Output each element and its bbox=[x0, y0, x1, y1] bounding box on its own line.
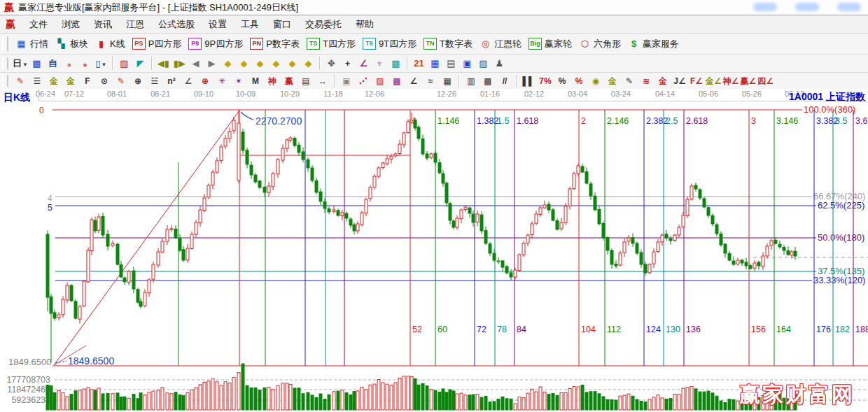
toolbar-drag-handle[interactable] bbox=[2, 75, 8, 86]
network-icon[interactable]: ▧ bbox=[476, 57, 491, 70]
gold-angle-tool[interactable]: 金∠ bbox=[706, 75, 722, 87]
target-tool[interactable]: ⊕ bbox=[197, 75, 213, 87]
menu-item-7[interactable]: 窗口 bbox=[266, 16, 298, 33]
quotes-button[interactable]: ▦行情 bbox=[12, 36, 52, 52]
angle-measure-icon[interactable]: ∠ bbox=[356, 57, 371, 70]
grid-b-tool[interactable]: ▩ bbox=[480, 75, 496, 87]
calculator-icon[interactable]: ▦ bbox=[428, 57, 442, 70]
sectors-button[interactable]: ▚板块 bbox=[52, 36, 92, 52]
box-select-tool[interactable]: ▣ bbox=[339, 75, 354, 87]
9p-square-button[interactable]: P99P四方形 bbox=[185, 36, 246, 52]
si-angle-tool[interactable]: 四∠ bbox=[757, 75, 774, 87]
net-tool-icon[interactable]: ♆ bbox=[372, 57, 387, 70]
fan-lines-tool[interactable]: ⋰ bbox=[356, 75, 371, 87]
bars3-icon[interactable]: ₃ bbox=[62, 57, 76, 70]
j-angle-tool[interactable]: J∠ bbox=[672, 75, 687, 87]
n-square-tool[interactable]: n² bbox=[164, 75, 179, 87]
zigzag-tool[interactable]: ≈ bbox=[423, 75, 438, 87]
t-table-button[interactable]: TNT数字表 bbox=[420, 36, 476, 52]
toolbar-drag-handle[interactable] bbox=[2, 57, 8, 70]
crosshair-icon[interactable]: + bbox=[340, 57, 355, 70]
close-button[interactable] bbox=[837, 3, 861, 11]
web-box-tool[interactable]: ▩ bbox=[389, 75, 405, 87]
menu-item-0[interactable]: 文件 bbox=[22, 16, 55, 33]
fibo-grid-tool[interactable]: F bbox=[80, 75, 95, 87]
winner-service-button[interactable]: $赢家服务 bbox=[624, 36, 682, 52]
bars-stat-tool[interactable]: ▌▌ bbox=[521, 75, 536, 87]
shen-angle-tool[interactable]: 神∠ bbox=[723, 75, 739, 87]
spider-web-tool[interactable]: ✴ bbox=[231, 75, 246, 87]
ying-angle-tool[interactable]: 赢∠ bbox=[741, 75, 757, 87]
window-controls[interactable] bbox=[753, 3, 861, 11]
skip-last-icon[interactable]: ▮▶ bbox=[172, 57, 187, 70]
formula-icon[interactable]: ▨ bbox=[117, 57, 132, 70]
diamond-all-icon[interactable]: ◆ bbox=[301, 57, 316, 70]
self-info-icon[interactable]: 自 bbox=[46, 57, 60, 70]
width-measure-tool[interactable]: ↔ bbox=[315, 75, 330, 87]
menu-item-6[interactable]: 工具 bbox=[234, 16, 266, 33]
star-web-tool[interactable]: ✳ bbox=[214, 75, 230, 87]
minimize-button[interactable] bbox=[753, 3, 777, 11]
candle-edit-tool[interactable]: ✎ bbox=[622, 75, 637, 87]
f-angle-tool[interactable]: F∠ bbox=[689, 75, 704, 87]
toolbar-drag-handle[interactable] bbox=[2, 36, 8, 50]
menu-item-4[interactable]: 公式选股 bbox=[151, 16, 202, 33]
gold-red-tool[interactable]: 金 bbox=[655, 75, 671, 87]
winner-wheel-button[interactable]: Big赢家轮 bbox=[525, 36, 575, 52]
gold-grid-tool[interactable]: 金 bbox=[63, 75, 78, 87]
gann-wheel-button[interactable]: ◎江恩轮 bbox=[476, 36, 525, 52]
diamond-left-icon[interactable]: ◆ bbox=[220, 57, 235, 70]
gold-circle-tool[interactable]: ◉ bbox=[588, 75, 603, 87]
percent7-tool[interactable]: 7% bbox=[538, 75, 553, 87]
angle-line-tool[interactable]: ∠ bbox=[181, 75, 196, 87]
comb-lines-tool[interactable]: ☰ bbox=[29, 75, 45, 87]
angle-fan-tool[interactable]: ∠ bbox=[406, 75, 421, 87]
menu-item-9[interactable]: 帮助 bbox=[349, 16, 381, 33]
pane-label[interactable]: 日K线 bbox=[4, 92, 30, 104]
gold-level-tool[interactable]: 金 bbox=[605, 75, 620, 87]
kline-button[interactable]: ▮K线 bbox=[92, 36, 129, 52]
kline-chart[interactable]: 06-2407-1208-0108-2109-1010-0910-2911-18… bbox=[0, 89, 868, 412]
percent-line-tool[interactable]: % bbox=[571, 75, 587, 87]
spiral-tool[interactable]: ⊙ bbox=[97, 75, 112, 87]
skip-first-icon[interactable]: ◀▮ bbox=[156, 57, 171, 70]
fan-box-tool[interactable]: ▨ bbox=[372, 75, 388, 87]
diamond-center-icon[interactable]: ◆ bbox=[285, 57, 300, 70]
window-layout-icon[interactable]: ▩ bbox=[29, 57, 44, 70]
p-table-button[interactable]: PNP数字表 bbox=[246, 36, 303, 52]
wave-tool[interactable]: ≋ bbox=[638, 75, 654, 87]
period-selector[interactable]: 日▼ bbox=[13, 57, 28, 70]
diamond-right-icon[interactable]: ◆ bbox=[237, 57, 251, 70]
diamond-expand-icon[interactable]: ◆ bbox=[253, 57, 267, 70]
dense-grid-tool[interactable]: ▦ bbox=[440, 75, 455, 87]
shen-tool[interactable]: 神 bbox=[265, 75, 280, 87]
next-icon[interactable]: ▶ bbox=[204, 57, 219, 70]
menu-item-3[interactable]: 江恩 bbox=[119, 16, 151, 33]
ying-tool[interactable]: 赢 bbox=[281, 75, 297, 87]
menu-item-8[interactable]: 交易委托 bbox=[298, 16, 349, 33]
time-lines-tool[interactable]: ☱ bbox=[147, 75, 162, 87]
ruler123-tool[interactable]: ▤ bbox=[298, 75, 314, 87]
pencil-tool[interactable]: ✎ bbox=[13, 75, 28, 87]
candle-style-selector[interactable]: ▯▼ bbox=[94, 57, 108, 70]
menu-item-1[interactable]: 浏览 bbox=[55, 16, 87, 33]
hexagon-button[interactable]: ⬡六角形 bbox=[575, 36, 624, 52]
menu-item-5[interactable]: 设置 bbox=[202, 16, 234, 33]
diag-lines-tool[interactable]: // bbox=[497, 75, 512, 87]
calendar-icon[interactable]: 21 bbox=[412, 57, 426, 70]
diamond-shrink-icon[interactable]: ◆ bbox=[269, 57, 284, 70]
notepad-icon[interactable]: ▤ bbox=[444, 57, 458, 70]
bars9-icon[interactable]: ₉ bbox=[78, 57, 92, 70]
map-icon[interactable]: ▩ bbox=[388, 57, 403, 70]
save-icon[interactable]: ▣ bbox=[460, 57, 475, 70]
pencil2-tool[interactable]: ✎ bbox=[113, 75, 129, 87]
prev-icon[interactable]: ◀ bbox=[188, 57, 203, 70]
symbol-label[interactable]: 1A0001 上证指数 bbox=[789, 91, 865, 104]
t-square-button[interactable]: TST四方形 bbox=[303, 36, 359, 52]
menu-item-2[interactable]: 资讯 bbox=[87, 16, 119, 33]
percent-tool[interactable]: % bbox=[554, 75, 570, 87]
hand-icon[interactable]: ✥ bbox=[324, 57, 339, 70]
marker-tool[interactable]: M bbox=[248, 75, 263, 87]
p-square-button[interactable]: PSP四方形 bbox=[129, 36, 186, 52]
maximize-button[interactable] bbox=[795, 3, 819, 11]
